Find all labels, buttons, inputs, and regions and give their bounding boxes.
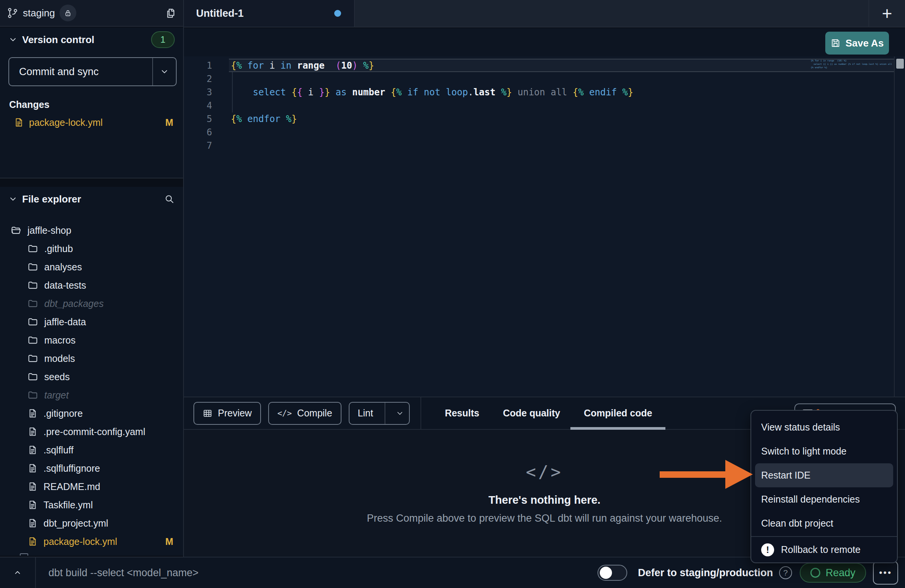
tree-item-label: data-tests bbox=[44, 280, 86, 291]
file-icon bbox=[27, 500, 37, 510]
sidebar: staging Version control 1 Commit and syn… bbox=[0, 0, 184, 557]
file-explorer-panel: File explorer jaffle-shop.githubanalyses… bbox=[0, 187, 183, 556]
tree-item-label: Taskfile.yml bbox=[43, 500, 93, 511]
menu-item-rollback-to-remote[interactable]: !Rollback to remote bbox=[751, 538, 897, 562]
commit-options-dropdown[interactable] bbox=[152, 58, 176, 85]
tree-item-Taskfile.yml[interactable]: Taskfile.yml bbox=[0, 496, 183, 514]
folder-open-icon bbox=[11, 225, 21, 236]
changed-file-name: package-lock.yml bbox=[29, 117, 103, 128]
folder-icon bbox=[27, 316, 38, 327]
empty-state-subtitle: Press Compile above to preview the SQL d… bbox=[367, 512, 722, 524]
tree-item-package-lock.yml[interactable]: package-lock.ymlM bbox=[0, 532, 183, 551]
tree-item-analyses[interactable]: analyses bbox=[0, 258, 183, 276]
more-options-button[interactable]: ••• bbox=[873, 561, 898, 585]
tree-item-label: .sqlfluff bbox=[43, 445, 74, 456]
tree-item-seeds[interactable]: seeds bbox=[0, 368, 183, 386]
tab-compiled-code[interactable]: Compiled code bbox=[584, 397, 652, 429]
menu-item-reinstall-dependencies[interactable]: Reinstall dependencies bbox=[751, 487, 897, 511]
commit-and-sync-button[interactable]: Commit and sync bbox=[8, 57, 177, 86]
menu-item-view-status-details[interactable]: View status details bbox=[751, 415, 897, 439]
file-icon bbox=[27, 482, 37, 492]
menu-item-switch-to-light-mode[interactable]: Switch to light mode bbox=[751, 439, 897, 463]
code-editor[interactable]: 1{% for i in range (10) %}23 select {{ i… bbox=[184, 56, 905, 397]
tree-item-.sqlfluff[interactable]: .sqlfluff bbox=[0, 441, 183, 459]
changes-section-label: Changes bbox=[9, 99, 183, 110]
chevron-down-icon[interactable] bbox=[8, 35, 18, 44]
collapse-panel-button[interactable] bbox=[0, 557, 35, 588]
file-icon bbox=[27, 408, 37, 418]
code-line-content: {% for i in range (10) %} bbox=[229, 59, 895, 72]
file-icon bbox=[27, 518, 37, 528]
code-line-5[interactable]: 5{% endfor %} bbox=[184, 112, 905, 125]
branch-lock-badge bbox=[60, 5, 76, 21]
chevron-down-icon[interactable] bbox=[391, 409, 409, 418]
command-input[interactable]: dbt build --select <model_name> bbox=[48, 567, 198, 579]
code-line-3[interactable]: 3 select {{ i }} as number {% if not loo… bbox=[184, 85, 905, 99]
defer-toggle[interactable] bbox=[597, 565, 627, 581]
lint-button[interactable]: Lint bbox=[349, 402, 410, 425]
chevron-down-icon bbox=[160, 67, 169, 76]
tree-item-README.md[interactable]: README.md bbox=[0, 477, 183, 496]
line-number: 2 bbox=[184, 74, 229, 84]
line-number: 1 bbox=[184, 60, 229, 71]
code-line-1[interactable]: 1{% for i in range (10) %} bbox=[184, 59, 905, 72]
tree-item-.pre-commit-config.yaml[interactable]: .pre-commit-config.yaml bbox=[0, 423, 183, 441]
save-as-button[interactable]: Save As bbox=[825, 32, 889, 55]
toolbar-divider bbox=[420, 397, 421, 429]
tab-results[interactable]: Results bbox=[445, 397, 479, 429]
chevron-down-icon[interactable] bbox=[8, 194, 18, 204]
unsaved-indicator-dot bbox=[334, 10, 341, 17]
line-number: 4 bbox=[184, 100, 229, 111]
code-line-7[interactable]: 7 bbox=[184, 139, 905, 152]
editor-action-strip: Save As bbox=[184, 28, 905, 56]
annotation-arrow bbox=[660, 471, 728, 478]
preview-button[interactable]: Preview bbox=[193, 402, 261, 425]
code-line-4[interactable]: 4 bbox=[184, 99, 905, 112]
file-icon bbox=[27, 463, 37, 473]
help-icon[interactable]: ? bbox=[779, 566, 792, 579]
branch-name[interactable]: staging bbox=[23, 7, 55, 19]
status-circle-icon bbox=[810, 568, 820, 578]
tree-item-.github[interactable]: .github bbox=[0, 239, 183, 258]
tab-untitled-1[interactable]: Untitled-1 bbox=[184, 0, 355, 27]
folder-icon bbox=[27, 280, 38, 291]
code-line-6[interactable]: 6 bbox=[184, 125, 905, 139]
tree-item-label: jaffle-data bbox=[44, 316, 86, 328]
changed-file-row[interactable]: package-lock.ymlM bbox=[0, 113, 183, 132]
tree-item-dbt_project.yml[interactable]: dbt_project.yml bbox=[0, 514, 183, 532]
duplicate-file-icon[interactable] bbox=[165, 7, 176, 19]
code-line-content bbox=[229, 72, 895, 85]
tree-item-label: .pre-commit-config.yaml bbox=[43, 426, 145, 437]
minimap[interactable]: {% for i in range (10) %} select {{ i }}… bbox=[811, 59, 892, 69]
tree-item-dbt_packages[interactable]: dbt_packages bbox=[0, 294, 183, 313]
tree-item-macros[interactable]: macros bbox=[0, 331, 183, 349]
tree-item-label: .sqlfluffignore bbox=[43, 463, 100, 474]
tree-item-jaffle-data[interactable]: jaffle-data bbox=[0, 313, 183, 331]
tree-item-.sqlfluffignore[interactable]: .sqlfluffignore bbox=[0, 459, 183, 477]
tree-item-jaffle-shop[interactable]: jaffle-shop bbox=[0, 221, 183, 239]
editor-scrollbar-thumb[interactable] bbox=[896, 59, 904, 69]
ide-options-menu: View status detailsSwitch to light modeR… bbox=[750, 410, 898, 563]
tree-item-data-tests[interactable]: data-tests bbox=[0, 276, 183, 294]
menu-item-clean-dbt-project[interactable]: Clean dbt project bbox=[751, 511, 897, 535]
exclamation-circle-icon: ! bbox=[761, 543, 774, 556]
file-tree: jaffle-shop.githubanalysesdata-testsdbt_… bbox=[0, 211, 183, 551]
folder-icon bbox=[27, 243, 38, 254]
clipped-file-row bbox=[20, 553, 28, 556]
status-badge[interactable]: Ready bbox=[800, 563, 866, 583]
menu-item-label: Clean dbt project bbox=[761, 518, 833, 529]
indent-guide bbox=[232, 72, 233, 112]
new-tab-button[interactable]: + bbox=[868, 0, 905, 27]
folder-icon bbox=[27, 390, 38, 400]
compile-button[interactable]: </> Lint Compile bbox=[268, 402, 341, 425]
search-icon[interactable] bbox=[164, 194, 175, 204]
code-line-content bbox=[229, 139, 895, 152]
code-line-2[interactable]: 2 bbox=[184, 72, 905, 85]
git-branch-icon bbox=[7, 7, 18, 19]
tree-item-target[interactable]: target bbox=[0, 386, 183, 404]
tab-code-quality[interactable]: Code quality bbox=[503, 397, 560, 429]
menu-item-restart-ide[interactable]: Restart IDE bbox=[755, 463, 893, 487]
tree-item-.gitignore[interactable]: .gitignore bbox=[0, 404, 183, 423]
tree-item-models[interactable]: models bbox=[0, 349, 183, 368]
empty-state-title: There's nothing here. bbox=[488, 494, 601, 506]
